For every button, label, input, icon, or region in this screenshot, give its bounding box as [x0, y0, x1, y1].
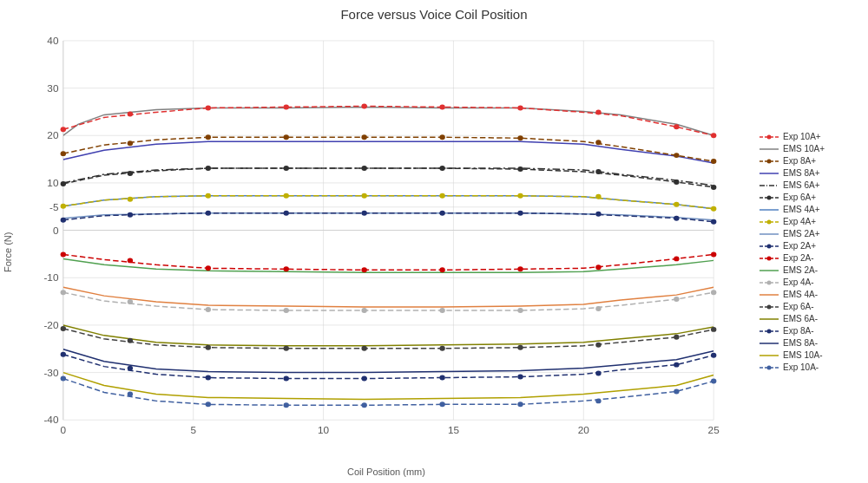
- legend-item: EMS 4A-: [760, 289, 864, 300]
- svg-point-141: [767, 195, 772, 199]
- legend-line-exp4am: [760, 278, 779, 287]
- plot-and-legend: 40 30 20 10 -5 0 -10 -20 -30 -40 0 5 10 …: [17, 23, 868, 480]
- svg-point-52: [711, 159, 716, 164]
- svg-point-58: [439, 166, 444, 171]
- svg-point-92: [711, 251, 716, 257]
- svg-text:-20: -20: [43, 320, 58, 330]
- svg-point-103: [61, 326, 66, 331]
- svg-point-95: [206, 307, 211, 312]
- svg-text:0: 0: [61, 426, 67, 436]
- legend: Exp 10A+ EMS 10A+ Exp 8A+: [755, 23, 868, 480]
- svg-point-107: [361, 346, 366, 351]
- legend-label: Exp 4A-: [783, 277, 814, 288]
- svg-text:10: 10: [318, 426, 329, 436]
- svg-point-158: [767, 329, 772, 333]
- legend-label: Exp 6A-: [783, 301, 814, 312]
- svg-point-62: [711, 185, 716, 190]
- svg-point-79: [517, 211, 523, 216]
- legend-label: EMS 4A-: [783, 289, 818, 300]
- svg-point-39: [517, 105, 523, 110]
- svg-point-70: [595, 194, 601, 199]
- svg-point-98: [439, 308, 444, 313]
- svg-point-134: [767, 134, 772, 139]
- svg-point-66: [284, 193, 289, 199]
- legend-item: EMS 6A-: [760, 313, 864, 324]
- legend-line-exp2am: [760, 254, 779, 263]
- svg-text:20: 20: [47, 131, 58, 141]
- svg-point-55: [206, 166, 211, 171]
- legend-label: Exp 2A+: [783, 240, 816, 251]
- svg-point-75: [206, 211, 211, 216]
- svg-point-110: [595, 343, 601, 348]
- svg-point-45: [206, 134, 211, 140]
- svg-text:30: 30: [47, 83, 58, 94]
- legend-label: Exp 6A+: [783, 192, 816, 203]
- svg-point-38: [439, 104, 444, 109]
- svg-point-50: [595, 140, 601, 145]
- svg-point-115: [206, 375, 211, 381]
- legend-item: EMS 8A-: [760, 337, 864, 349]
- svg-point-100: [595, 306, 601, 311]
- legend-line-ems8am: [760, 339, 779, 348]
- legend-item: Exp 2A+: [760, 240, 864, 251]
- legend-label: EMS 10A-: [783, 349, 823, 361]
- svg-point-51: [674, 153, 679, 158]
- legend-line-ems10ap: [760, 145, 779, 153]
- svg-point-125: [206, 401, 211, 407]
- legend-line-exp2ap: [760, 242, 779, 251]
- svg-point-61: [674, 179, 679, 185]
- svg-point-126: [284, 402, 289, 408]
- svg-point-101: [674, 297, 679, 302]
- legend-line-exp4ap: [760, 218, 779, 226]
- legend-line-ems4am: [760, 290, 779, 299]
- svg-point-144: [767, 219, 772, 224]
- legend-label: EMS 2A+: [783, 228, 820, 239]
- legend-label: Exp 4A+: [783, 216, 816, 227]
- svg-point-129: [517, 401, 523, 407]
- legend-line-ems4ap: [760, 206, 779, 214]
- svg-text:-5: -5: [49, 202, 58, 212]
- svg-point-87: [361, 267, 366, 272]
- svg-point-73: [61, 218, 66, 223]
- legend-item: EMS 8A+: [760, 167, 864, 179]
- legend-label: Exp 8A-: [783, 325, 814, 336]
- svg-point-124: [128, 391, 133, 396]
- svg-point-54: [128, 171, 133, 176]
- legend-item: Exp 10A+: [760, 131, 864, 142]
- svg-point-69: [517, 193, 523, 199]
- legend-item: Exp 6A-: [760, 301, 864, 312]
- svg-point-120: [595, 371, 601, 376]
- svg-text:5: 5: [190, 426, 196, 436]
- legend-label: Exp 10A+: [783, 131, 821, 142]
- svg-text:-10: -10: [43, 273, 58, 284]
- legend-label: EMS 6A-: [783, 313, 818, 324]
- legend-label: Exp 8A+: [783, 155, 816, 166]
- svg-point-80: [595, 212, 601, 217]
- legend-label: EMS 4A+: [783, 204, 820, 215]
- legend-line-ems6am: [760, 315, 779, 323]
- legend-item: EMS 10A+: [760, 143, 864, 154]
- svg-point-104: [128, 338, 133, 343]
- legend-line-exp10am: [760, 363, 779, 372]
- svg-point-64: [128, 197, 133, 202]
- svg-point-53: [61, 181, 66, 186]
- chart-svg: 40 30 20 10 -5 0 -10 -20 -30 -40 0 5 10 …: [26, 32, 751, 454]
- x-axis-label: Coil Position (mm): [17, 467, 755, 477]
- svg-point-137: [767, 159, 772, 163]
- svg-point-119: [517, 375, 523, 380]
- svg-point-93: [61, 290, 66, 295]
- svg-point-49: [517, 135, 523, 140]
- svg-point-111: [674, 335, 679, 340]
- svg-point-149: [767, 256, 772, 260]
- legend-item: Exp 8A+: [760, 155, 864, 166]
- legend-item: Exp 10A-: [760, 362, 864, 373]
- svg-point-81: [674, 216, 679, 221]
- svg-text:40: 40: [47, 36, 58, 46]
- chart-title: Force versus Voice Coil Position: [0, 0, 868, 23]
- legend-item: Exp 4A-: [760, 277, 864, 288]
- legend-line-ems6ap: [760, 181, 779, 190]
- svg-point-112: [711, 327, 716, 332]
- svg-point-117: [361, 376, 366, 382]
- legend-line-exp6ap: [760, 193, 779, 202]
- svg-point-57: [361, 166, 366, 171]
